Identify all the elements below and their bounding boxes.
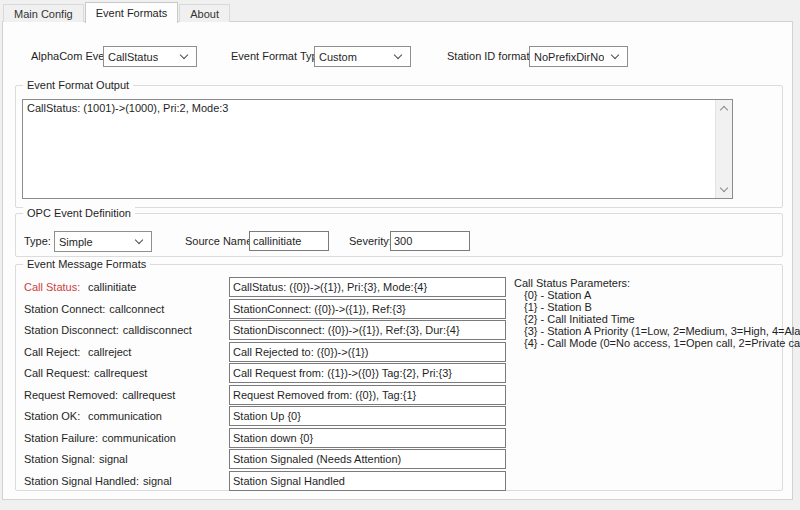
format-source-name: callconnect	[109, 303, 164, 315]
event-format-type-select[interactable]: Custom	[314, 46, 411, 67]
call-status-parameters: Call Status Parameters: {0} - Station A{…	[514, 277, 800, 349]
message-format-row: Station Signal:signal	[16, 449, 782, 469]
event-format-type-label: Event Format Type:	[231, 46, 327, 67]
parameter-item: {0} - Station A	[524, 289, 800, 301]
format-source-name: communication	[102, 432, 176, 444]
format-string-input[interactable]	[229, 320, 506, 340]
format-string-input[interactable]	[229, 363, 506, 383]
format-label: Call Reject:	[24, 346, 88, 358]
source-name-label: Source Name:	[185, 231, 255, 252]
type-select[interactable]: Simple	[54, 231, 152, 252]
message-format-row: Station Signal Handled:signal	[16, 471, 782, 491]
message-format-row: Station Failure:communication	[16, 428, 782, 448]
format-string-input[interactable]	[229, 428, 506, 448]
vertical-scrollbar[interactable]	[715, 100, 732, 198]
chevron-down-icon	[611, 51, 619, 59]
format-source-name: communication	[88, 410, 162, 422]
severity-field[interactable]	[390, 231, 470, 251]
format-label: Station Signal Handled:	[24, 475, 143, 487]
format-string-input[interactable]	[229, 449, 506, 469]
chevron-down-icon	[394, 51, 402, 59]
format-string-input[interactable]	[229, 299, 506, 319]
format-string-input[interactable]	[229, 471, 506, 491]
type-label: Type:	[24, 231, 51, 252]
tab-about[interactable]: About	[179, 4, 230, 22]
tab-page-event-formats: AlphaCom Event: CallStatus Event Format …	[2, 21, 793, 500]
format-label: Station Failure:	[24, 432, 102, 444]
opc-event-definition-title: OPC Event Definition	[23, 206, 135, 220]
format-label: Station Connect:	[24, 303, 109, 315]
chevron-down-icon	[180, 51, 188, 59]
format-source-name: callrequest	[94, 367, 147, 379]
station-id-format-select[interactable]: NoPrefixDirNo	[529, 46, 628, 67]
format-source-name: callinitiate	[88, 281, 136, 293]
message-format-row: Request Removed:callrequest	[16, 385, 782, 405]
parameter-item: {4} - Call Mode (0=No access, 1=Open cal…	[524, 337, 800, 349]
format-string-input[interactable]	[229, 342, 506, 362]
format-label: Request Removed:	[24, 389, 122, 401]
event-message-formats-group: Event Message Formats Call Status:callin…	[15, 264, 783, 491]
format-label: Station Signal:	[24, 453, 99, 465]
parameter-item: {1} - Station B	[524, 301, 800, 313]
format-string-input[interactable]	[229, 277, 506, 297]
tab-bar: Main Config Event Formats About	[3, 1, 231, 22]
format-source-name: calldisconnect	[123, 324, 192, 336]
format-label: Station OK:	[24, 410, 88, 422]
station-id-format-value: NoPrefixDirNo	[534, 51, 604, 63]
tab-event-formats[interactable]: Event Formats	[85, 2, 179, 23]
source-name-field[interactable]	[249, 231, 329, 251]
message-format-row: Call Request:callrequest	[16, 363, 782, 383]
event-format-output-title: Event Format Output	[23, 78, 133, 92]
event-message-formats-title: Event Message Formats	[23, 257, 150, 271]
alphacom-event-value: CallStatus	[108, 51, 158, 63]
format-label: Call Status:	[24, 281, 88, 293]
event-format-type-value: Custom	[319, 51, 357, 63]
type-value: Simple	[59, 236, 93, 248]
format-source-name: signal	[143, 475, 172, 487]
format-label: Call Request:	[24, 367, 94, 379]
severity-label: Severity:	[349, 231, 392, 252]
format-string-input[interactable]	[229, 385, 506, 405]
format-label: Station Disconnect:	[24, 324, 123, 336]
format-source-name: callrequest	[122, 389, 175, 401]
event-format-output-textarea[interactable]: CallStatus: (1001)->(1000), Pri:2, Mode:…	[22, 99, 733, 199]
alphacom-event-select[interactable]: CallStatus	[103, 46, 197, 67]
format-source-name: signal	[99, 453, 128, 465]
parameters-title: Call Status Parameters:	[514, 277, 800, 289]
event-format-output-content: CallStatus: (1001)->(1000), Pri:2, Mode:…	[23, 100, 714, 198]
chevron-down-icon	[135, 236, 143, 244]
parameter-item: {3} - Station A Priority (1=Low, 2=Mediu…	[524, 325, 800, 337]
tab-main-config[interactable]: Main Config	[3, 4, 84, 22]
scroll-up-icon[interactable]	[720, 106, 728, 114]
format-source-name: callreject	[88, 346, 131, 358]
station-id-format-label: Station ID format:	[447, 46, 533, 67]
event-format-output-group: Event Format Output CallStatus: (1001)->…	[15, 85, 783, 208]
format-string-input[interactable]	[229, 406, 506, 426]
message-format-row: Station OK:communication	[16, 406, 782, 426]
parameter-item: {2} - Call Initiated Time	[524, 313, 800, 325]
scroll-down-icon[interactable]	[720, 184, 728, 192]
opc-event-definition-group: OPC Event Definition Type: Simple Source…	[15, 213, 783, 257]
